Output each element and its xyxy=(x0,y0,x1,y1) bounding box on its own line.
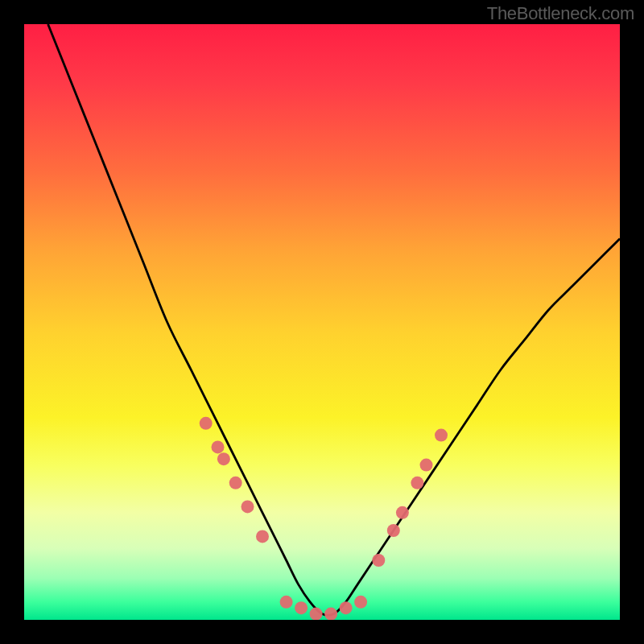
marker-layer xyxy=(200,417,448,620)
right-marker-4 xyxy=(411,477,423,489)
bottleneck-curve xyxy=(48,24,620,615)
left-marker-5 xyxy=(242,500,254,513)
left-marker-4 xyxy=(229,477,242,489)
left-marker-3 xyxy=(217,452,230,465)
trough-5 xyxy=(340,601,353,614)
watermark-label: TheBottleneck.com xyxy=(487,3,634,24)
right-marker-2 xyxy=(387,524,400,537)
right-marker-5 xyxy=(420,459,433,472)
trough-6 xyxy=(354,596,367,609)
right-marker-1 xyxy=(372,554,385,567)
left-marker-2 xyxy=(212,440,225,453)
trough-4 xyxy=(324,608,337,620)
plot-area xyxy=(24,24,620,620)
trough-3 xyxy=(310,608,323,620)
trough-2 xyxy=(295,601,308,614)
right-marker-3 xyxy=(396,506,409,519)
chart-svg xyxy=(24,24,620,620)
left-marker-1 xyxy=(200,417,213,430)
trough-1 xyxy=(280,596,293,609)
left-marker-6 xyxy=(256,530,269,543)
right-marker-6 xyxy=(435,429,448,442)
